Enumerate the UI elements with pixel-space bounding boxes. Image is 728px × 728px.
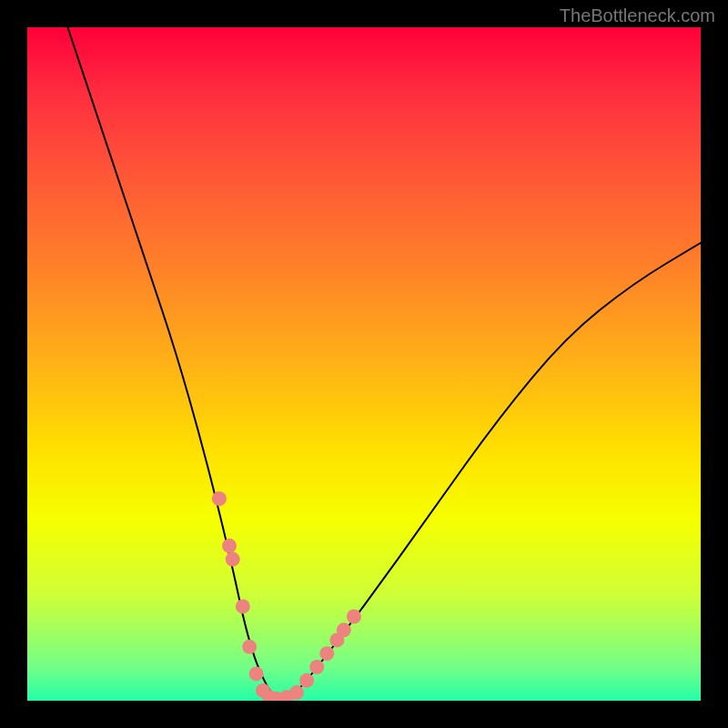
curve-marker: [242, 640, 257, 654]
curve-marker: [226, 552, 240, 567]
curve-marker: [249, 666, 264, 681]
plot-area: [27, 27, 701, 701]
curve-marker: [347, 610, 361, 624]
watermark-text: TheBottleneck.com: [560, 5, 715, 26]
curve-layer: [27, 27, 701, 701]
curve-marker: [319, 646, 334, 661]
chart-container: TheBottleneck.com: [0, 0, 728, 728]
curve-marker: [212, 491, 227, 506]
curve-marker: [309, 660, 324, 674]
curve-marker: [289, 685, 304, 700]
bottleneck-curve: [67, 27, 701, 699]
curve-marker: [337, 622, 351, 637]
curve-marker: [236, 599, 250, 613]
curve-marker: [299, 673, 314, 688]
curve-marker: [222, 539, 237, 553]
